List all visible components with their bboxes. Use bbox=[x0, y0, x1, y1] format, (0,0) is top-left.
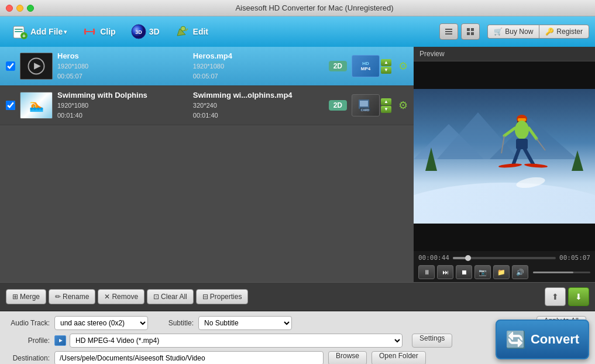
format-arrows-2[interactable]: ▲ ▼ bbox=[381, 98, 391, 113]
properties-icon: ⊟ bbox=[202, 293, 208, 301]
add-file-button[interactable]: + Add File ▾ bbox=[6, 20, 73, 43]
format-down-1[interactable]: ▼ bbox=[381, 67, 391, 74]
file-name-2: Swimming with Dolphins bbox=[57, 91, 188, 99]
key-icon: 🔑 bbox=[545, 28, 554, 36]
format-selector-1[interactable]: HD MP4 ▲ ▼ bbox=[352, 55, 391, 77]
format-icon-1: HD MP4 bbox=[352, 55, 380, 77]
thumb-icon-2: 🏊 bbox=[29, 98, 44, 112]
rename-button[interactable]: ✏ Rename bbox=[49, 289, 95, 304]
clip-button[interactable]: Clip bbox=[75, 20, 121, 43]
subtitle-select[interactable]: No Subtitle bbox=[198, 316, 292, 330]
folder-button[interactable]: 📁 bbox=[493, 265, 510, 279]
add-file-label: Add File bbox=[30, 27, 63, 36]
screenshot-button[interactable]: 📷 bbox=[474, 265, 491, 279]
convert-icon: 🔄 bbox=[505, 330, 526, 349]
clear-icon: ⊡ bbox=[153, 293, 159, 301]
file-meta-1: 1920*108000:05:07 bbox=[57, 61, 188, 81]
merge-icon: ⊞ bbox=[12, 293, 18, 301]
preview-video bbox=[414, 61, 595, 251]
file-item[interactable]: Heros 1920*108000:05:07 Heros.mp4 1920*1… bbox=[0, 47, 414, 86]
profile-select[interactable]: HD MPEG-4 Video (*.mp4) bbox=[70, 334, 403, 348]
file-settings-icon-2[interactable]: ⚙ bbox=[398, 99, 408, 112]
3d-button[interactable]: 3D 3D bbox=[125, 20, 166, 43]
svg-rect-15 bbox=[467, 32, 470, 35]
edit-icon bbox=[174, 23, 191, 40]
cart-icon: 🛒 bbox=[494, 28, 503, 36]
preview-controls: 00:00:44 00:05:07 ⏸ ⏭ ⏹ 📷 📁 🔊 bbox=[414, 251, 595, 282]
format-down-2[interactable]: ▼ bbox=[381, 106, 391, 113]
file-checkbox-1[interactable] bbox=[6, 61, 15, 71]
settings-button[interactable]: Settings bbox=[412, 334, 452, 348]
file-thumbnail-2: 🏊 bbox=[20, 92, 53, 119]
progress-thumb[interactable] bbox=[465, 255, 471, 261]
file-list: Heros 1920*108000:05:07 Heros.mp4 1920*1… bbox=[0, 47, 414, 282]
profile-row: Profile: ▶ HD MPEG-4 Video (*.mp4) Setti… bbox=[9, 334, 586, 348]
svg-rect-11 bbox=[445, 31, 452, 32]
pause-button[interactable]: ⏸ bbox=[418, 265, 435, 279]
file-out-2: Swimming wi...olphins.mp4 320*24000:01:4… bbox=[193, 91, 324, 120]
open-folder-button[interactable]: Open Folder bbox=[372, 351, 426, 364]
progress-bar[interactable] bbox=[453, 257, 556, 259]
title-bar: Aiseesoft HD Converter for Mac (Unregist… bbox=[0, 0, 595, 16]
format-up-2[interactable]: ▲ bbox=[381, 98, 391, 105]
clear-all-button[interactable]: ⊡ Clear All bbox=[147, 289, 194, 304]
file-item[interactable]: 🏊 Swimming with Dolphins 1920*108000:01:… bbox=[0, 86, 414, 125]
destination-input[interactable] bbox=[54, 351, 324, 364]
remove-button[interactable]: ✕ Remove bbox=[98, 289, 145, 304]
time-total: 00:05:07 bbox=[559, 254, 590, 262]
file-out-meta-2: 320*24000:01:40 bbox=[193, 101, 324, 120]
file-out-name-2: Swimming wi...olphins.mp4 bbox=[193, 91, 324, 99]
format-selector-2[interactable]: CARD ▲ ▼ bbox=[352, 94, 391, 116]
file-checkbox-2[interactable] bbox=[6, 101, 15, 110]
maximize-button[interactable] bbox=[27, 5, 34, 12]
volume-bar[interactable] bbox=[533, 272, 590, 273]
file-thumbnail-1 bbox=[20, 53, 53, 80]
merge-button[interactable]: ⊞ Merge bbox=[6, 289, 46, 304]
svg-rect-2 bbox=[15, 31, 23, 32]
svg-rect-12 bbox=[445, 33, 452, 35]
file-badge-2: 2D bbox=[329, 100, 347, 111]
convert-button[interactable]: 🔄 Convert bbox=[496, 320, 589, 359]
audio-track-label: Audio Track: bbox=[9, 319, 50, 327]
svg-rect-13 bbox=[467, 28, 470, 31]
edit-label: Edit bbox=[193, 27, 208, 36]
file-meta-2: 1920*108000:01:40 bbox=[57, 101, 188, 120]
format-arrows-1[interactable]: ▲ ▼ bbox=[381, 59, 391, 74]
settings-bar: Audio Track: und aac stereo (0x2) Subtit… bbox=[0, 311, 595, 364]
move-up-button[interactable]: ⬆ bbox=[545, 287, 566, 306]
next-frame-button[interactable]: ⏭ bbox=[437, 265, 453, 279]
format-icon-2: CARD bbox=[352, 94, 380, 116]
move-down-button[interactable]: ⬇ bbox=[568, 287, 589, 306]
time-current: 00:00:44 bbox=[418, 254, 449, 262]
stop-button[interactable]: ⏹ bbox=[456, 265, 472, 279]
format-up-1[interactable]: ▲ bbox=[381, 59, 391, 66]
properties-button[interactable]: ⊟ Properties bbox=[196, 289, 249, 304]
buy-now-button[interactable]: 🛒 Buy Now bbox=[487, 25, 539, 39]
preview-header: Preview bbox=[414, 47, 595, 61]
svg-rect-33 bbox=[516, 139, 528, 149]
close-button[interactable] bbox=[6, 5, 13, 12]
list-view-button[interactable] bbox=[439, 23, 458, 40]
svg-rect-10 bbox=[445, 29, 452, 30]
toolbar: + Add File ▾ Clip bbox=[0, 16, 595, 47]
convert-label: Convert bbox=[531, 332, 579, 347]
destination-label: Destination: bbox=[9, 354, 50, 362]
remove-icon: ✕ bbox=[104, 293, 110, 301]
file-info-2: Swimming with Dolphins 1920*108000:01:40 bbox=[57, 91, 188, 120]
file-out-meta-1: 1920*108000:05:07 bbox=[193, 61, 324, 81]
3d-icon: 3D bbox=[130, 23, 147, 40]
audio-track-select[interactable]: und aac stereo (0x2) bbox=[54, 316, 148, 330]
rename-icon: ✏ bbox=[55, 293, 61, 301]
minimize-button[interactable] bbox=[16, 5, 23, 12]
register-button[interactable]: 🔑 Register bbox=[539, 25, 589, 39]
edit-button[interactable]: Edit bbox=[168, 20, 214, 43]
file-info-1: Heros 1920*108000:05:07 bbox=[57, 51, 188, 81]
file-out-1: Heros.mp4 1920*108000:05:07 bbox=[193, 51, 324, 81]
browse-button[interactable]: Browse bbox=[328, 351, 367, 364]
grid-view-button[interactable] bbox=[461, 23, 480, 40]
svg-point-32 bbox=[515, 121, 529, 139]
profile-label: Profile: bbox=[9, 336, 50, 345]
svg-point-25 bbox=[414, 183, 595, 224]
volume-icon[interactable]: 🔊 bbox=[512, 265, 528, 279]
file-settings-icon-1[interactable]: ⚙ bbox=[398, 60, 408, 73]
